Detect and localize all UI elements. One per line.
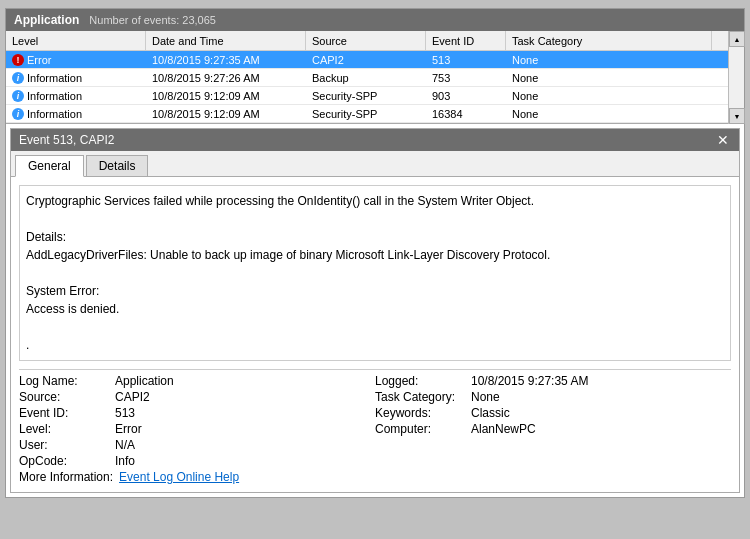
field-label-computer: Computer:: [375, 422, 465, 436]
field-value-eventid: 513: [115, 406, 135, 420]
app-header: Application Number of events: 23,065: [6, 9, 744, 31]
cell-eventid: 16384: [426, 108, 506, 120]
event-count: Number of events: 23,065: [89, 14, 216, 26]
table-row[interactable]: i Information 10/8/2015 9:27:26 AM Backu…: [6, 69, 728, 87]
level-text: Error: [27, 54, 51, 66]
field-label-source: Source:: [19, 390, 109, 404]
detail-tabs: General Details: [11, 151, 739, 177]
cell-level: ! Error: [6, 54, 146, 66]
cell-taskcategory: None: [506, 108, 712, 120]
event-table: Level Date and Time Source Event ID Task…: [6, 31, 744, 124]
message-details-body: AddLegacyDriverFiles: Unable to back up …: [26, 246, 724, 264]
scroll-track: [729, 47, 744, 108]
tab-general[interactable]: General: [15, 155, 84, 177]
field-eventid: Event ID: 513: [19, 406, 375, 420]
message-dot: .: [26, 336, 724, 354]
table-body: ! Error 10/8/2015 9:27:35 AM CAPI2 513 N…: [6, 51, 728, 124]
table-row[interactable]: ! Error 10/8/2015 9:27:35 AM CAPI2 513 N…: [6, 51, 728, 69]
cell-taskcategory: None: [506, 72, 712, 84]
field-opcode: OpCode: Info: [19, 454, 375, 468]
field-source: Source: CAPI2: [19, 390, 375, 404]
cell-taskcategory: None: [506, 90, 712, 102]
field-value-opcode: Info: [115, 454, 135, 468]
detail-title: Event 513, CAPI2: [19, 133, 114, 147]
cell-datetime: 10/8/2015 9:27:26 AM: [146, 72, 306, 84]
table-row[interactable]: i Information 10/8/2015 9:12:09 AM Secur…: [6, 87, 728, 105]
field-keywords: Keywords: Classic: [375, 406, 731, 420]
detail-panel: Event 513, CAPI2 ✕ General Details Crypt…: [10, 128, 740, 493]
detail-message: Cryptographic Services failed while proc…: [19, 185, 731, 361]
scroll-down-btn[interactable]: ▼: [729, 108, 745, 124]
col-level[interactable]: Level: [6, 31, 146, 50]
field-computer: Computer: AlanNewPC: [375, 422, 731, 436]
cell-datetime: 10/8/2015 9:12:09 AM: [146, 108, 306, 120]
cell-source: Security-SPP: [306, 90, 426, 102]
detail-content: Cryptographic Services failed while proc…: [11, 177, 739, 492]
cell-level: i Information: [6, 90, 146, 102]
field-label-taskcategory: Task Category:: [375, 390, 465, 404]
col-datetime[interactable]: Date and Time: [146, 31, 306, 50]
detail-fields: Log Name: Application Source: CAPI2 Even…: [19, 374, 731, 484]
error-icon: !: [12, 54, 24, 66]
table-main: Level Date and Time Source Event ID Task…: [6, 31, 728, 124]
field-value-level: Error: [115, 422, 142, 436]
field-value-logged: 10/8/2015 9:27:35 AM: [471, 374, 588, 388]
cell-datetime: 10/8/2015 9:12:09 AM: [146, 90, 306, 102]
info-icon: i: [12, 90, 24, 102]
col-source[interactable]: Source: [306, 31, 426, 50]
message-syserror-header: System Error:: [26, 282, 724, 300]
cell-source: Security-SPP: [306, 108, 426, 120]
field-label-user: User:: [19, 438, 109, 452]
field-label-logname: Log Name:: [19, 374, 109, 388]
level-text: Information: [27, 72, 82, 84]
field-label-level: Level:: [19, 422, 109, 436]
tab-details[interactable]: Details: [86, 155, 149, 176]
field-value-taskcategory: None: [471, 390, 500, 404]
field-label-opcode: OpCode:: [19, 454, 109, 468]
app-title: Application: [14, 13, 79, 27]
scroll-up-btn[interactable]: ▲: [729, 31, 745, 47]
field-user: User: N/A: [19, 438, 375, 452]
cell-level: i Information: [6, 108, 146, 120]
cell-eventid: 513: [426, 54, 506, 66]
field-label-moreinfo: More Information:: [19, 470, 113, 484]
fields-right: Logged: 10/8/2015 9:27:35 AM Task Catego…: [375, 374, 731, 484]
cell-taskcategory: None: [506, 54, 712, 66]
level-text: Information: [27, 108, 82, 120]
message-details-header: Details:: [26, 228, 724, 246]
message-syserror-body: Access is denied.: [26, 300, 724, 318]
field-label-eventid: Event ID:: [19, 406, 109, 420]
field-value-source: CAPI2: [115, 390, 150, 404]
table-scrollbar[interactable]: ▲ ▼: [728, 31, 744, 124]
info-icon: i: [12, 72, 24, 84]
field-moreinfo: More Information: Event Log Online Help: [19, 470, 375, 484]
level-text: Information: [27, 90, 82, 102]
fields-left: Log Name: Application Source: CAPI2 Even…: [19, 374, 375, 484]
cell-level: i Information: [6, 72, 146, 84]
table-row[interactable]: i Information 10/8/2015 9:12:09 AM Secur…: [6, 105, 728, 123]
field-value-logname: Application: [115, 374, 174, 388]
field-value-computer: AlanNewPC: [471, 422, 536, 436]
event-log-online-help-link[interactable]: Event Log Online Help: [119, 470, 239, 484]
col-taskcategory[interactable]: Task Category: [506, 31, 712, 50]
field-logged: Logged: 10/8/2015 9:27:35 AM: [375, 374, 731, 388]
close-button[interactable]: ✕: [715, 133, 731, 147]
field-level: Level: Error: [19, 422, 375, 436]
cell-source: Backup: [306, 72, 426, 84]
divider: [19, 369, 731, 370]
field-value-user: N/A: [115, 438, 135, 452]
col-eventid[interactable]: Event ID: [426, 31, 506, 50]
cell-datetime: 10/8/2015 9:27:35 AM: [146, 54, 306, 66]
table-header: Level Date and Time Source Event ID Task…: [6, 31, 728, 51]
cell-eventid: 753: [426, 72, 506, 84]
field-logname: Log Name: Application: [19, 374, 375, 388]
info-icon: i: [12, 108, 24, 120]
field-taskcategory: Task Category: None: [375, 390, 731, 404]
message-line: Cryptographic Services failed while proc…: [26, 192, 724, 210]
cell-eventid: 903: [426, 90, 506, 102]
field-label-keywords: Keywords:: [375, 406, 465, 420]
detail-header: Event 513, CAPI2 ✕: [11, 129, 739, 151]
field-value-keywords: Classic: [471, 406, 510, 420]
field-label-logged: Logged:: [375, 374, 465, 388]
cell-source: CAPI2: [306, 54, 426, 66]
